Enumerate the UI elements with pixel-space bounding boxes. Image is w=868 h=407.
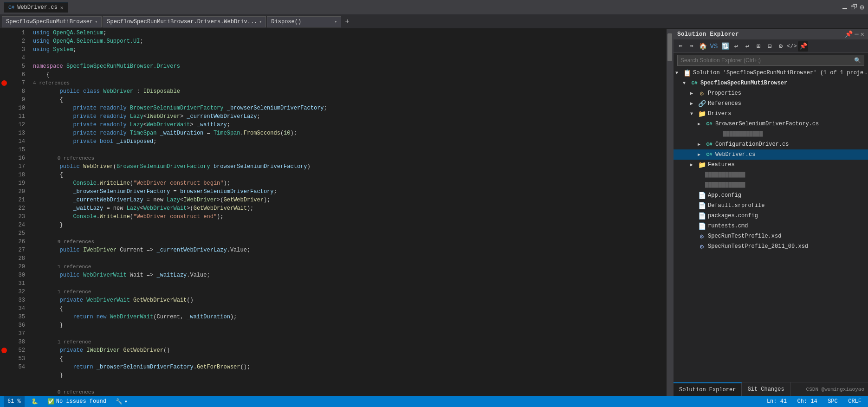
se-back-button[interactable]: ⬅ bbox=[675, 41, 686, 52]
sxsd-label: SpecRunTestProfile.xsd bbox=[708, 233, 868, 239]
code-line-29: { bbox=[33, 304, 663, 313]
references-node[interactable]: ▶ 🔗 References bbox=[674, 98, 868, 109]
cd-arrow: ▶ bbox=[698, 142, 705, 147]
maximize-icon[interactable]: 🗗 bbox=[850, 3, 858, 12]
drivers-folder-node[interactable]: ▼ 📁 Drivers bbox=[674, 109, 868, 119]
class-value: SpecflowSpecRunMutiBrowser.Drivers.WebDr… bbox=[107, 19, 257, 25]
code-line-21: Console.WriteLine("WebDriver construct e… bbox=[33, 213, 663, 221]
cs-file-icon: C# bbox=[8, 5, 14, 10]
drivers-folder-label: Drivers bbox=[708, 110, 868, 117]
project-icon: C# bbox=[690, 80, 699, 86]
namespace-dropdown[interactable]: SpecflowSpecRunMutiBrowser ▾ bbox=[2, 16, 102, 27]
add-tab-button[interactable]: + bbox=[342, 18, 352, 26]
se-refresh-button[interactable]: ↩ bbox=[731, 41, 741, 52]
close-panel-icon[interactable]: ✕ bbox=[861, 30, 864, 38]
editor-area: 1 2 3 4 5 6 7 8 9 10 11 12 13 14 15 16 1… bbox=[0, 29, 673, 396]
method-arrow: ▾ bbox=[334, 19, 337, 25]
tab-solution-explorer[interactable]: Solution Explorer bbox=[674, 382, 742, 396]
se-collapse-button[interactable]: ↩ bbox=[742, 41, 752, 52]
se-forward-button[interactable]: ➡ bbox=[687, 41, 697, 52]
packages-config-node[interactable]: 📄 packages.config bbox=[674, 211, 868, 221]
settings-icon[interactable]: ⚙ bbox=[860, 3, 864, 12]
se-home-button[interactable]: 🏠 bbox=[698, 41, 708, 52]
code-line-17: Console.WriteLine("WebDriver construct b… bbox=[33, 179, 663, 187]
default-srprofile-node[interactable]: 📄 Default.srprofile bbox=[674, 200, 868, 211]
se-preview-button[interactable]: ⊟ bbox=[764, 41, 775, 52]
se-view-button[interactable]: VS bbox=[709, 41, 719, 52]
bsf-arrow: ▶ bbox=[698, 121, 705, 127]
scroll-thumb[interactable] bbox=[667, 33, 672, 61]
pc-label: packages.config bbox=[708, 213, 868, 219]
browser-selenium-factory-node[interactable]: ▶ C# BrowserSeleniumDriverFactory.cs bbox=[674, 119, 868, 129]
python-status[interactable]: 🐍 bbox=[28, 398, 41, 405]
code-line-38-ref: 0 references bbox=[33, 388, 663, 396]
specrun-xsd2-node[interactable]: ⚙ SpecRunTestProfile_2011_09.xsd bbox=[674, 241, 868, 252]
se-code-button[interactable]: </> bbox=[787, 41, 797, 52]
nav-bar: SpecflowSpecRunMutiBrowser ▾ SpecflowSpe… bbox=[0, 15, 868, 29]
solution-explorer-bottom-tabs: Solution Explorer Git Changes CSDN @wumi… bbox=[674, 382, 868, 396]
code-line-28: private WebDriverWait GetWebDriverWait() bbox=[33, 296, 663, 304]
main-area: 1 2 3 4 5 6 7 8 9 10 11 12 13 14 15 16 1… bbox=[0, 29, 868, 396]
zoom-value: 61 % bbox=[7, 398, 21, 405]
solution-arrow: ▼ bbox=[675, 71, 683, 76]
code-line-10: private readonly Lazy<IWebDriver> _curre… bbox=[33, 112, 663, 121]
se-pin-active-button[interactable]: 📌 bbox=[798, 41, 808, 52]
method-dropdown[interactable]: Dispose() ▾ bbox=[267, 16, 341, 27]
class-arrow: ▾ bbox=[259, 19, 262, 25]
webdriver-cs-node[interactable]: ▶ C# WebDriver.cs bbox=[674, 149, 868, 160]
code-line-30: return new WebDriverWait(Current, _waitD… bbox=[33, 313, 663, 321]
properties-label: Properties bbox=[708, 90, 868, 97]
namespace-value: SpecflowSpecRunMutiBrowser bbox=[6, 19, 93, 25]
app-config-node[interactable]: 📄 App.config bbox=[674, 190, 868, 200]
vertical-scrollbar[interactable] bbox=[667, 29, 673, 396]
editor-tab[interactable]: C# WebDriver.cs ✕ bbox=[4, 2, 68, 13]
code-line-12: private readonly TimeSpan _waitDuration … bbox=[33, 129, 663, 137]
pin-icon[interactable]: 📌 bbox=[845, 30, 853, 38]
class-dropdown[interactable]: SpecflowSpecRunMutiBrowser.Drivers.WebDr… bbox=[103, 16, 266, 27]
tab-close-button[interactable]: ✕ bbox=[60, 5, 64, 11]
minimize-icon[interactable]: 🗕 bbox=[841, 3, 849, 12]
code-line-23 bbox=[33, 229, 663, 238]
code-line-33: private IWebDriver GetWebDriver() bbox=[33, 346, 663, 355]
blurred-node-3: ████████████ bbox=[674, 180, 868, 190]
se-filter-button[interactable]: ⊞ bbox=[753, 41, 764, 52]
specrun-xsd-node[interactable]: ⚙ SpecRunTestProfile.xsd bbox=[674, 231, 868, 241]
breakpoint-line38[interactable] bbox=[1, 348, 7, 353]
se-settings-button[interactable]: ⚙ bbox=[776, 41, 786, 52]
tasks-status[interactable]: 🔧 ▾ bbox=[113, 398, 130, 405]
config-driver-node[interactable]: ▶ C# ConfigurationDriver.cs bbox=[674, 139, 868, 149]
code-line-16: { bbox=[33, 171, 663, 179]
solution-icon: 📋 bbox=[683, 69, 691, 77]
runtests-node[interactable]: 📄 runtests.cmd bbox=[674, 221, 868, 231]
issues-status: ✅ No issues found bbox=[45, 398, 109, 405]
sxsd-icon: ⚙ bbox=[698, 233, 706, 240]
features-folder-node[interactable]: ▶ 📁 Features bbox=[674, 160, 868, 170]
code-line-2: using OpenQA.Selenium.Support.UI; bbox=[33, 37, 663, 45]
solution-explorer-title-bar: Solution Explorer 📌 — ✕ bbox=[674, 29, 868, 40]
code-line-33-ref: 1 reference bbox=[33, 338, 663, 346]
references-label: References bbox=[708, 100, 868, 107]
code-line-8: { bbox=[33, 96, 663, 104]
line-numbers: 1 2 3 4 5 6 7 8 9 10 11 12 13 14 15 16 1… bbox=[8, 29, 29, 396]
search-input[interactable] bbox=[680, 57, 854, 64]
solution-explorer-search[interactable]: 🔍 bbox=[677, 55, 864, 66]
solution-node[interactable]: ▼ 📋 Solution 'SpecflowSpecRunMutiBrowser… bbox=[674, 68, 868, 78]
project-node[interactable]: ▼ C# SpecflowSpecRunMutiBrowser bbox=[674, 78, 868, 88]
bsf-icon: C# bbox=[705, 121, 713, 127]
code-line-26-ref: 1 reference bbox=[33, 263, 663, 271]
editor-wrapper: 1 2 3 4 5 6 7 8 9 10 11 12 13 14 15 16 1… bbox=[0, 29, 673, 396]
wd-label: WebDriver.cs bbox=[715, 151, 868, 158]
code-editor[interactable]: using OpenQA.Selenium; using OpenQA.Sele… bbox=[29, 29, 667, 396]
minimize-panel-icon[interactable]: — bbox=[855, 30, 858, 38]
code-line-19: _currentWebDriverLazy = new Lazy<IWebDri… bbox=[33, 196, 663, 204]
tab-git-changes-label: Git Changes bbox=[747, 386, 784, 393]
tasks-arrow: ▾ bbox=[124, 398, 128, 405]
se-sync-button[interactable]: 🔃 bbox=[720, 41, 730, 52]
title-bar: C# WebDriver.cs ✕ 🗕 🗗 ⚙ bbox=[0, 0, 868, 15]
search-icon: 🔍 bbox=[854, 57, 861, 64]
code-line-7: 4 references bbox=[33, 79, 663, 87]
properties-node[interactable]: ▶ ⚙ Properties bbox=[674, 88, 868, 98]
tab-git-changes[interactable]: Git Changes bbox=[742, 382, 790, 396]
breakpoint-line7[interactable] bbox=[1, 80, 7, 86]
zoom-level[interactable]: 61 % bbox=[4, 396, 25, 407]
